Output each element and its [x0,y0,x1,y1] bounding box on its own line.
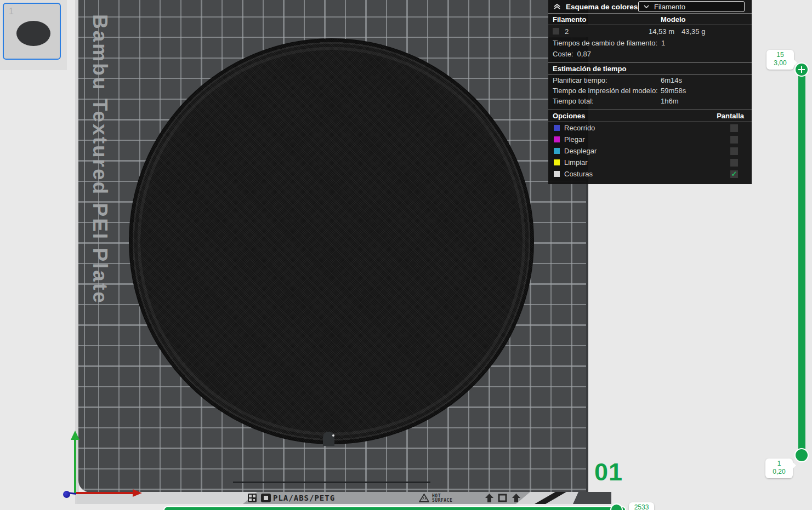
option-color-swatch [554,171,560,177]
layer-slider-top-handle[interactable] [794,62,809,77]
cost-value: 0,87 [577,50,591,58]
options-section-title: Opciones [553,112,585,120]
option-color-swatch [554,125,560,131]
time-row-value: 1h6m [661,97,679,105]
panel-header: Esquema de colores Filamento [548,0,752,13]
time-section-header: Estimación de tiempo [548,62,752,75]
time-row-label: Tiempo de impresión del modelo: [553,87,658,95]
y-axis-line [74,438,76,493]
option-row-costuras: Costuras ✓ [548,168,752,180]
time-row: Tiempo total: 1h6m [548,96,752,106]
current-layer-label: 01 [594,458,623,486]
thumbnail-model-preview [16,21,50,46]
option-checkbox[interactable] [730,124,738,132]
filament-color-swatch [553,28,559,35]
sliced-model-layer[interactable] [129,39,533,444]
option-label: Recorrido [564,124,595,132]
time-row-label: Planificar tiempo: [553,76,607,84]
plate-outline-icon [498,494,507,502]
option-label: Limpiar [564,158,588,167]
color-scheme-panel: Esquema de colores Filamento Filamento M… [548,0,752,184]
plate-gray-stripe [573,492,611,504]
wipe-line [233,482,430,483]
filament-length: 14,53 m [649,27,674,36]
plate-surface-text: Bambu Textured PEI Plate [88,14,111,343]
seam-marker [332,434,334,437]
filament-changes-value: 1 [661,39,665,47]
slicer-preview-viewport: Bambu Textured PEI Plate PLA/ABS/PETG HO… [0,0,812,510]
time-row-value: 6m14s [661,76,682,84]
step-slider-handle[interactable] [610,503,623,510]
top-layer-number: 15 [769,51,792,59]
chevron-down-icon [643,3,650,10]
plate-material-text: PLA/ABS/PETG [273,494,335,502]
hot-surface-label: HOT SURFACE [432,494,452,503]
plate-front-edge: PLA/ABS/PETG HOT SURFACE [77,492,611,504]
option-color-swatch [554,148,560,154]
col-model: Modelo [661,15,686,24]
time-row: Tiempo de impresión del modelo: 59m58s [548,85,752,96]
filament-id: 2 [565,27,569,36]
time-row-value: 59m58s [661,87,686,95]
cost-label: Coste: [553,50,573,58]
option-row-plegar: Plegar [548,134,752,145]
option-row-limpiar: Limpiar [548,157,752,168]
plate-thumbnail-index: 1 [9,7,14,16]
plate-thumbnail[interactable]: 1 [3,3,61,60]
bottom-layer-number: 1 [768,460,791,468]
option-checkbox[interactable] [730,147,738,155]
hot-surface-warning-icon [419,494,429,502]
qr-code-icon [248,494,257,502]
layer-slider-top-tooltip: 15 3,00 [766,50,794,70]
layer-slider-bottom-tooltip: 1 0,20 [765,459,793,478]
y-axis-arrow-icon [71,431,80,440]
view-mode-dropdown[interactable]: Filamento [638,1,745,12]
z-axis-origin-dot [63,491,70,498]
plate-black-stripe [535,492,566,504]
option-checkbox[interactable] [730,159,738,167]
filament-row[interactable]: 2 14,53 m 43,35 g [548,25,752,37]
col-filament: Filamento [553,15,586,24]
option-color-swatch [554,136,560,142]
layer-slider-track[interactable] [798,65,805,459]
filament-table-header: Filamento Modelo [548,13,752,25]
option-color-swatch [554,159,560,165]
option-checkbox[interactable]: ✓ [730,170,738,178]
time-section-title: Estimación de tiempo [553,65,626,73]
top-layer-height: 3,00 [769,59,792,67]
lift-arrow-icon [512,494,521,502]
filament-weight: 43,35 g [682,27,705,36]
collapse-panel-icon[interactable] [553,2,561,11]
plate-thumbnail-strip: 1 [0,0,67,70]
step-slider-track[interactable] [163,506,626,510]
step-slider-tooltip: 2533 [629,502,654,510]
lift-arrow-icon [485,494,494,502]
display-column-header: Pantalla [717,112,744,120]
options-section-header: Opciones Pantalla [548,110,752,122]
seam-notch [323,432,334,446]
bottom-layer-height: 0,20 [768,468,791,476]
x-axis-arrow-icon [133,489,142,497]
time-row-label: Tiempo total: [553,97,594,105]
layer-slider-bottom-handle[interactable] [794,448,809,462]
view-mode-value: Filamento [654,3,685,11]
option-label: Costuras [564,170,593,178]
filament-changes-label: Tiempos de cambio de filamento: [553,39,657,47]
panel-title: Esquema de colores [566,3,638,11]
x-axis-line [76,492,133,494]
option-label: Desplegar [564,147,597,155]
plate-logo-icon [261,494,271,502]
option-checkbox[interactable] [730,136,738,144]
time-row: Planificar tiempo: 6m14s [548,75,752,85]
cost-row: Coste: 0,87 [548,48,752,59]
option-row-desplegar: Desplegar [548,145,752,157]
option-row-recorrido: Recorrido [548,122,752,134]
option-label: Plegar [564,135,585,144]
filament-changes-row: Tiempos de cambio de filamento: 1 [548,37,752,48]
